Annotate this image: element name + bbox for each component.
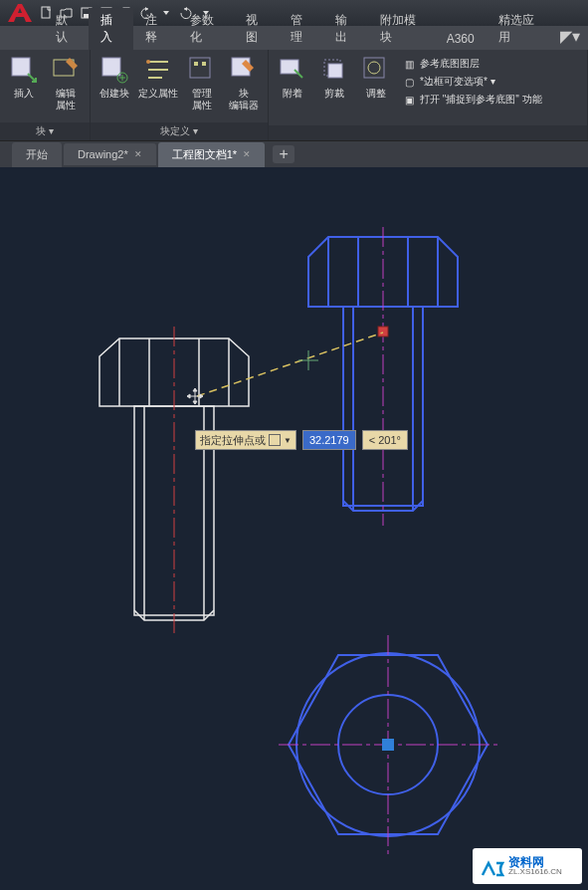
ribbon-tab-bar: 默认 插入 注释 参数化 视图 管理 输出 附加模块 A360 精选应用 ◤▾ xyxy=(0,26,588,50)
snap-icon: ▣ xyxy=(402,93,416,107)
ribbon-collapse-icon[interactable]: ◤▾ xyxy=(552,23,588,50)
insert-block-button[interactable]: 插入 xyxy=(6,54,42,122)
attach-label: 附着 xyxy=(283,88,302,100)
doc-tab-start-label: 开始 xyxy=(26,147,48,162)
dynamic-input-prompt: 指定拉伸点或 ▼ 32.2179 < 201° xyxy=(195,430,408,450)
close-icon[interactable]: ✕ xyxy=(243,149,251,159)
define-attr-icon xyxy=(142,54,174,86)
edit-attr-button[interactable]: 编辑 属性 xyxy=(48,54,84,122)
define-attr-button[interactable]: 定义属性 xyxy=(138,54,178,122)
snap-underlay-button[interactable]: ▣打开 "捕捉到参考底图" 功能 xyxy=(400,92,544,108)
clip-button[interactable]: 剪裁 xyxy=(316,54,352,125)
drag-line xyxy=(189,327,388,406)
ribbon-body: 插入 编辑 属性 块 ▾ 创建块 定义属性 管理 属性 xyxy=(0,50,588,141)
watermark: 资料网 ZL.XS1616.CN xyxy=(473,848,582,884)
svg-rect-6 xyxy=(12,58,30,76)
ribbon-tab-addins[interactable]: 附加模块 xyxy=(368,8,434,50)
move-cursor-icon xyxy=(187,388,203,404)
svg-rect-17 xyxy=(328,64,342,78)
manage-attr-icon xyxy=(186,54,218,86)
app-logo xyxy=(4,2,34,24)
angle-display: < 201° xyxy=(362,430,408,450)
create-block-button[interactable]: 创建块 xyxy=(97,54,132,122)
bolt-top-view xyxy=(279,635,497,854)
crosshair-icon xyxy=(298,350,318,370)
document-tab-bar: 开始 Drawing2*✕ 工程图文档1*✕ + xyxy=(0,141,588,167)
new-tab-button[interactable]: + xyxy=(273,145,294,163)
chevron-down-icon[interactable]: ▼ xyxy=(284,436,292,445)
panel-blockdef-title[interactable]: 块定义 ▾ xyxy=(91,122,268,140)
doc-tab-engineering[interactable]: 工程图文档1*✕ xyxy=(158,142,265,167)
panel-ref-title[interactable] xyxy=(269,125,587,140)
frame-icon: ▢ xyxy=(402,75,416,89)
define-attr-label: 定义属性 xyxy=(138,88,178,100)
ribbon-tab-featured[interactable]: 精选应用 xyxy=(487,8,552,50)
block-editor-button[interactable]: 块 编辑器 xyxy=(226,54,262,122)
svg-rect-13 xyxy=(202,62,206,66)
edit-attr-icon xyxy=(50,54,82,86)
svg-rect-18 xyxy=(364,58,384,78)
adjust-label: 调整 xyxy=(366,88,386,100)
manage-attr-button[interactable]: 管理 属性 xyxy=(184,54,220,122)
drawing-canvas[interactable] xyxy=(0,167,588,890)
ribbon-tab-default[interactable]: 默认 xyxy=(44,8,89,50)
svg-rect-8 xyxy=(102,58,120,76)
watermark-logo-icon xyxy=(479,853,504,879)
doc-tab-start[interactable]: 开始 xyxy=(12,142,62,167)
block-editor-icon xyxy=(228,54,260,86)
ribbon-tab-output[interactable]: 输出 xyxy=(323,8,368,50)
plus-icon: + xyxy=(279,145,288,163)
underlay-layers-label: 参考底图图层 xyxy=(420,57,480,71)
doc-tab-engineering-label: 工程图文档1* xyxy=(172,147,237,162)
watermark-url: ZL.XS1616.CN xyxy=(508,868,562,876)
panel-block-title[interactable]: 块 ▾ xyxy=(0,122,90,140)
svg-line-25 xyxy=(197,333,383,396)
ribbon-tab-insert[interactable]: 插入 xyxy=(89,8,133,50)
ribbon-tab-view[interactable]: 视图 xyxy=(234,8,279,50)
snap-underlay-label: 打开 "捕捉到参考底图" 功能 xyxy=(420,93,542,107)
ribbon-tab-parametric[interactable]: 参数化 xyxy=(178,8,234,50)
svg-point-19 xyxy=(368,62,380,74)
create-block-icon xyxy=(98,54,130,86)
attach-icon xyxy=(277,54,308,86)
svg-point-10 xyxy=(146,60,150,64)
frames-vary-label: *边框可变选项* ▾ xyxy=(420,75,495,89)
clip-icon xyxy=(318,54,350,86)
insert-block-icon xyxy=(8,54,40,86)
clip-label: 剪裁 xyxy=(324,88,344,100)
insert-block-label: 插入 xyxy=(14,88,34,100)
doc-tab-drawing2[interactable]: Drawing2*✕ xyxy=(64,143,156,165)
ribbon-tab-annotate[interactable]: 注释 xyxy=(133,8,178,50)
block-editor-label: 块 编辑器 xyxy=(229,88,259,111)
attach-button[interactable]: 附着 xyxy=(275,54,310,125)
close-icon[interactable]: ✕ xyxy=(134,149,142,159)
create-block-label: 创建块 xyxy=(99,88,129,100)
svg-rect-11 xyxy=(190,58,210,78)
prompt-options-icon[interactable] xyxy=(269,434,281,446)
prompt-text: 指定拉伸点或 xyxy=(200,433,266,448)
underlay-layers-button[interactable]: ▥参考底图图层 xyxy=(400,56,544,72)
manage-attr-label: 管理 属性 xyxy=(192,88,212,111)
adjust-icon xyxy=(360,54,392,86)
svg-rect-12 xyxy=(194,62,198,66)
edit-attr-label: 编辑 属性 xyxy=(56,88,76,111)
ribbon-tab-manage[interactable]: 管理 xyxy=(279,8,323,50)
ribbon-tab-a360[interactable]: A360 xyxy=(435,28,487,50)
adjust-button[interactable]: 调整 xyxy=(358,54,394,125)
distance-input[interactable]: 32.2179 xyxy=(302,430,356,450)
doc-tab-drawing2-label: Drawing2* xyxy=(78,148,128,160)
layers-icon: ▥ xyxy=(402,57,416,71)
prompt-text-box: 指定拉伸点或 ▼ xyxy=(195,430,296,450)
svg-rect-33 xyxy=(382,739,394,751)
frames-vary-button[interactable]: ▢*边框可变选项* ▾ xyxy=(400,74,544,90)
